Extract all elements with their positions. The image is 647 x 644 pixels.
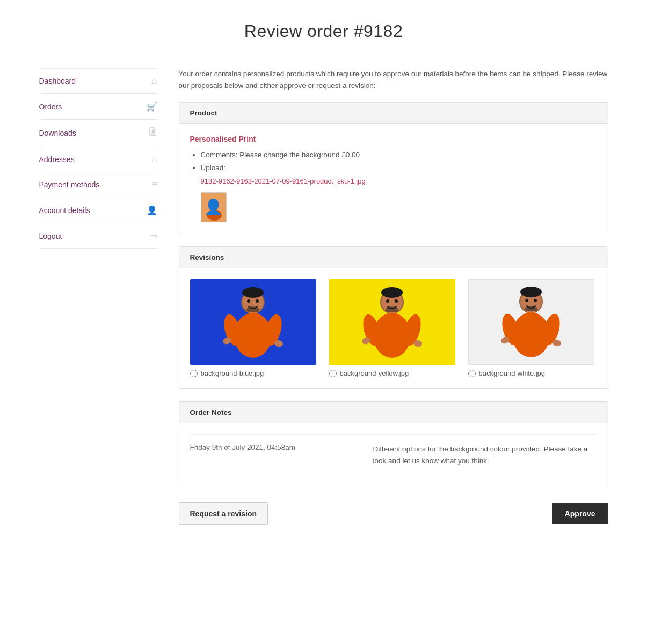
order-note-date: Friday 9th of July 2021, 04:58am [190, 435, 373, 475]
revision-filename-blue: background-blue.jpg [201, 369, 264, 377]
svg-rect-3 [201, 193, 227, 222]
svg-point-6 [210, 200, 219, 209]
product-section-body: Personalised Print Comments: Please chan… [179, 124, 608, 233]
revision-filename-white: background-white.jpg [479, 369, 546, 377]
sidebar-item-orders[interactable]: Orders 🛒 [39, 94, 157, 120]
product-section: Product Personalised Print Comments: Ple… [179, 102, 608, 233]
intro-text: Your order contains personalized product… [179, 68, 608, 91]
revision-radio-row-yellow: background-yellow.jpg [329, 369, 409, 377]
revision-item-yellow: background-yellow.jpg [329, 279, 455, 377]
order-notes-table: Friday 9th of July 2021, 04:58am Differe… [190, 434, 597, 475]
revision-radio-row-blue: background-blue.jpg [190, 369, 264, 377]
request-revision-button[interactable]: Request a revision [179, 502, 268, 525]
order-note-text: Different options for the background col… [373, 435, 597, 475]
sidebar-item-label: Account details [39, 206, 90, 215]
svg-point-17 [247, 299, 250, 303]
thumb-figure [201, 193, 226, 222]
svg-point-30 [395, 299, 398, 303]
sidebar-item-label: Orders [39, 103, 62, 111]
product-title: Personalised Print [190, 135, 597, 143]
svg-rect-0 [150, 128, 155, 134]
revisions-grid: background-blue.jpg [190, 279, 597, 377]
svg-point-21 [381, 287, 403, 298]
sidebar: Dashboard ⌂ Orders 🛒 Downloads Addresses… [39, 68, 157, 525]
upload-label: Upload: [201, 164, 226, 172]
order-note-row: Friday 9th of July 2021, 04:58am Differe… [190, 435, 597, 475]
user-icon: 👤 [147, 205, 157, 215]
sidebar-item-label: Logout [39, 232, 62, 240]
product-comment: Comments: Please change the background £… [201, 149, 597, 162]
revision-radio-row-white: background-white.jpg [468, 369, 546, 377]
address-icon: ⌂ [152, 155, 157, 164]
revision-image-white[interactable] [468, 279, 594, 365]
actions-row: Request a revision Approve [179, 502, 608, 525]
sidebar-item-label: Downloads [39, 129, 76, 137]
svg-point-4 [207, 210, 222, 221]
main-content: Your order contains personalized product… [179, 68, 608, 525]
svg-point-42 [534, 299, 537, 302]
cart-icon: 🛒 [147, 101, 157, 112]
product-section-header: Product [179, 103, 608, 124]
svg-point-5 [209, 200, 219, 209]
approve-button[interactable]: Approve [552, 503, 608, 524]
sidebar-item-label: Payment methods [39, 180, 100, 189]
revision-radio-blue[interactable] [190, 370, 198, 377]
sidebar-item-downloads[interactable]: Downloads [39, 120, 157, 147]
home-icon: ⌂ [152, 76, 157, 86]
download-icon [149, 127, 157, 139]
revision-image-blue[interactable] [190, 279, 316, 365]
revisions-section-header: Revisions [179, 247, 608, 268]
order-notes-section: Order Notes Friday 9th of July 2021, 04:… [179, 401, 608, 486]
sidebar-item-label: Addresses [39, 155, 75, 164]
order-notes-header: Order Notes [179, 402, 608, 423]
sidebar-item-dashboard[interactable]: Dashboard ⌂ [39, 68, 157, 94]
sidebar-item-account[interactable]: Account details 👤 [39, 197, 157, 223]
payment-icon: ≡ [152, 180, 157, 189]
sidebar-item-payment[interactable]: Payment methods ≡ [39, 172, 157, 197]
order-notes-body: Friday 9th of July 2021, 04:58am Differe… [179, 423, 608, 486]
svg-point-18 [256, 299, 259, 303]
revisions-section: Revisions [179, 246, 608, 389]
sidebar-item-logout[interactable]: Logout ⇒ [39, 223, 157, 249]
product-upload: Upload: 9182-9162-9163-2021-07-09-9161-p… [201, 162, 597, 222]
revision-radio-yellow[interactable] [329, 370, 337, 377]
revisions-section-body: background-blue.jpg [179, 268, 608, 388]
revision-radio-white[interactable] [468, 370, 476, 377]
logout-icon: ⇒ [150, 231, 157, 241]
product-notes: Comments: Please change the background £… [190, 149, 597, 222]
sidebar-item-label: Dashboard [39, 77, 76, 85]
revision-filename-yellow: background-yellow.jpg [340, 369, 409, 377]
svg-point-41 [525, 299, 528, 302]
revision-image-yellow[interactable] [329, 279, 455, 365]
revision-item-blue: background-blue.jpg [190, 279, 316, 377]
upload-thumbnail [201, 192, 227, 222]
svg-point-33 [520, 287, 542, 297]
upload-link[interactable]: 9182-9162-9163-2021-07-09-9161-product_s… [201, 177, 366, 185]
page-title: Review order #9182 [0, 0, 647, 68]
svg-point-29 [386, 299, 389, 303]
sidebar-item-addresses[interactable]: Addresses ⌂ [39, 147, 157, 172]
revision-item-white: background-white.jpg [468, 279, 594, 377]
svg-point-9 [242, 287, 264, 298]
